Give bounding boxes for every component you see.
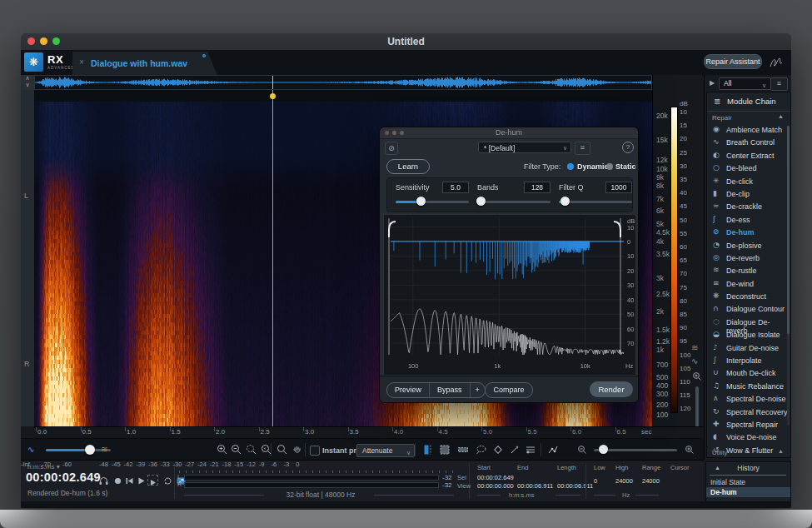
preset-select[interactable]: * [Default]∨ bbox=[478, 142, 571, 153]
timeline-zoom-out-icon[interactable] bbox=[577, 445, 587, 455]
preview-button[interactable]: Preview bbox=[387, 383, 430, 397]
preset-menu-button[interactable]: ≡ bbox=[575, 142, 590, 155]
sidebar-item-interpolate[interactable]: ∫Interpolate bbox=[707, 355, 790, 367]
sidebar-item-de-ess[interactable]: ʃDe-ess bbox=[707, 214, 790, 227]
right-channel-label: R bbox=[24, 360, 30, 368]
play-button[interactable] bbox=[136, 475, 147, 486]
timeline-zoom-in-icon[interactable] bbox=[685, 445, 695, 455]
spectrogram-view-icon[interactable]: ≋ bbox=[691, 343, 698, 352]
time-ruler[interactable]: sec 0.00.51.01.52.02.53.03.54.04.55.05.5… bbox=[34, 426, 652, 439]
sidebar-item-deconstruct[interactable]: ❋Deconstruct bbox=[707, 291, 790, 303]
param-value[interactable]: 1000 bbox=[605, 182, 632, 193]
learn-button[interactable]: Learn bbox=[386, 159, 430, 174]
sidebar-item-de-rustle[interactable]: ≋De-rustle bbox=[707, 265, 790, 277]
param-slider-knob[interactable] bbox=[416, 197, 426, 206]
tab-close-icon[interactable]: × bbox=[79, 57, 84, 67]
marker-lane[interactable] bbox=[34, 90, 652, 102]
time-selection-tool-icon[interactable] bbox=[421, 444, 433, 456]
next-section-header[interactable]: Utility bbox=[712, 449, 727, 456]
zoom-selection-icon[interactable] bbox=[246, 444, 258, 456]
return-to-start-button[interactable] bbox=[124, 475, 135, 486]
process-mode-dropdown[interactable]: Attenuate∨ bbox=[356, 444, 415, 457]
lasso-tool-icon[interactable] bbox=[476, 444, 488, 456]
blend-slider-knob[interactable] bbox=[85, 445, 95, 455]
brush-tool-icon[interactable] bbox=[492, 444, 505, 456]
file-tab[interactable]: × Dialogue with hum.wav bbox=[72, 52, 217, 75]
magic-wand-tool-icon[interactable] bbox=[509, 444, 521, 456]
sidebar-item-de-bleed[interactable]: ○De-bleed bbox=[707, 162, 790, 175]
sidebar-item-de-click[interactable]: ✳De-click bbox=[707, 176, 790, 188]
hand-tool-icon[interactable] bbox=[291, 444, 304, 456]
history-item[interactable]: De-hum bbox=[706, 487, 790, 497]
param-value[interactable]: 5.0 bbox=[442, 182, 469, 193]
help-button[interactable]: ? bbox=[622, 142, 634, 153]
vertical-scroll-control[interactable]: ∧∨ bbox=[21, 75, 35, 90]
collapse-arrow-icon[interactable]: ▲ bbox=[778, 448, 784, 454]
sidebar-item-mouth-de-click[interactable]: ∪Mouth De-click bbox=[707, 367, 790, 380]
filter-spectrum-graph[interactable]: dB100102030405060701001k10kHz bbox=[383, 214, 636, 376]
sidebar-item-spectral-repair[interactable]: ✚Spectral Repair bbox=[707, 419, 790, 431]
frequency-selection-tool-icon[interactable] bbox=[457, 444, 470, 456]
sidebar-item-de-plosive[interactable]: ◔De-plosive bbox=[707, 240, 790, 252]
dynamic-label[interactable]: Dynamic bbox=[577, 162, 609, 171]
section-header[interactable]: Repair bbox=[712, 114, 732, 122]
sidebar-item-spectral-de-noise[interactable]: ∧Spectral De-noise bbox=[707, 393, 790, 406]
record-button[interactable] bbox=[112, 475, 123, 486]
sidebar-item-ambience-match[interactable]: ◉Ambience Match bbox=[707, 124, 790, 137]
curve-edit-icon[interactable] bbox=[547, 444, 560, 456]
sidebar-item-spectral-recovery[interactable]: ↻Spectral Recovery bbox=[707, 406, 790, 419]
param-slider-knob[interactable] bbox=[560, 197, 570, 206]
sidebar-item-dialogue-contour[interactable]: ∩Dialogue Contour bbox=[707, 303, 790, 316]
zoom-in-vertical-icon[interactable] bbox=[692, 371, 702, 381]
sidebar-item-dialogue-de-reverb[interactable]: ◌Dialogue De-reverb bbox=[707, 316, 790, 329]
category-filter-select[interactable]: All∨ bbox=[719, 77, 771, 90]
sidebar-item-center-extract[interactable]: ◐Center Extract bbox=[707, 150, 790, 162]
playhead-line[interactable] bbox=[272, 90, 273, 426]
dynamic-radio[interactable] bbox=[567, 163, 574, 170]
signature-pen-icon[interactable] bbox=[769, 56, 784, 69]
sidebar-scrollbar-thumb[interactable] bbox=[787, 126, 790, 334]
time-frequency-selection-tool-icon[interactable] bbox=[439, 444, 451, 456]
collapse-arrow-icon[interactable]: ▲ bbox=[778, 113, 784, 119]
meter-tick-label: -3 bbox=[283, 461, 289, 468]
static-radio[interactable] bbox=[606, 163, 613, 170]
sidebar-menu-button[interactable]: ≡ bbox=[770, 77, 788, 91]
sidebar-item-de-hum[interactable]: ⊘De-hum bbox=[707, 227, 790, 239]
param-slider[interactable] bbox=[559, 201, 632, 203]
meter-tick-label: 0 bbox=[296, 461, 299, 468]
sidebar-item-breath-control[interactable]: ∿Breath Control bbox=[707, 137, 790, 149]
sidebar-item-de-clip[interactable]: ▮De-clip bbox=[707, 188, 790, 201]
sidebar-item-voice-de-noise[interactable]: ◖Voice De-noise bbox=[707, 431, 790, 444]
timeline-zoom-knob[interactable] bbox=[599, 445, 608, 454]
waveform-overview[interactable] bbox=[34, 75, 652, 90]
monitor-icon[interactable] bbox=[98, 475, 109, 486]
module-play-icon[interactable]: ▶ bbox=[710, 79, 715, 87]
render-button[interactable]: Render bbox=[590, 381, 633, 397]
bypass-button[interactable]: Bypass bbox=[430, 383, 471, 397]
static-label[interactable]: Static bbox=[615, 162, 636, 171]
playhead-handle[interactable] bbox=[270, 93, 276, 99]
sidebar-item-dialogue-isolate[interactable]: ◒Dialogue Isolate bbox=[707, 329, 790, 341]
sidebar-item-de-crackle[interactable]: ≈De-crackle bbox=[707, 201, 790, 213]
play-selection-button[interactable] bbox=[147, 475, 158, 486]
compare-button[interactable]: Compare bbox=[485, 382, 533, 398]
sidebar-item-guitar-de-noise[interactable]: ♪Guitar De-noise bbox=[707, 342, 790, 355]
sidebar-item-de-reverb[interactable]: ◎De-reverb bbox=[707, 252, 790, 265]
zoom-out-icon[interactable] bbox=[231, 444, 243, 456]
zoom-in-icon[interactable] bbox=[217, 444, 229, 456]
add-button[interactable]: + bbox=[471, 383, 485, 397]
dialog-titlebar[interactable]: De-hum bbox=[380, 127, 638, 139]
sidebar-item-music-rebalance[interactable]: ♫Music Rebalance bbox=[707, 381, 790, 393]
sidebar-item-de-wind[interactable]: ≡De-wind bbox=[707, 278, 790, 291]
loop-button[interactable] bbox=[162, 475, 173, 486]
instant-process-checkbox[interactable] bbox=[310, 446, 320, 456]
harmonics-selection-tool-icon[interactable] bbox=[525, 444, 537, 456]
module-chain-item[interactable]: ≣ Module Chain bbox=[707, 95, 790, 108]
param-slider[interactable] bbox=[477, 201, 550, 203]
param-value[interactable]: 128 bbox=[524, 182, 550, 193]
magnifier-tool-icon[interactable] bbox=[276, 444, 289, 456]
param-slider-knob[interactable] bbox=[476, 197, 486, 206]
history-item[interactable]: Initial State bbox=[706, 477, 790, 487]
repair-assistant-button[interactable]: Repair Assistant bbox=[704, 54, 762, 69]
waveform-view-icon[interactable]: ∿ bbox=[691, 356, 698, 366]
